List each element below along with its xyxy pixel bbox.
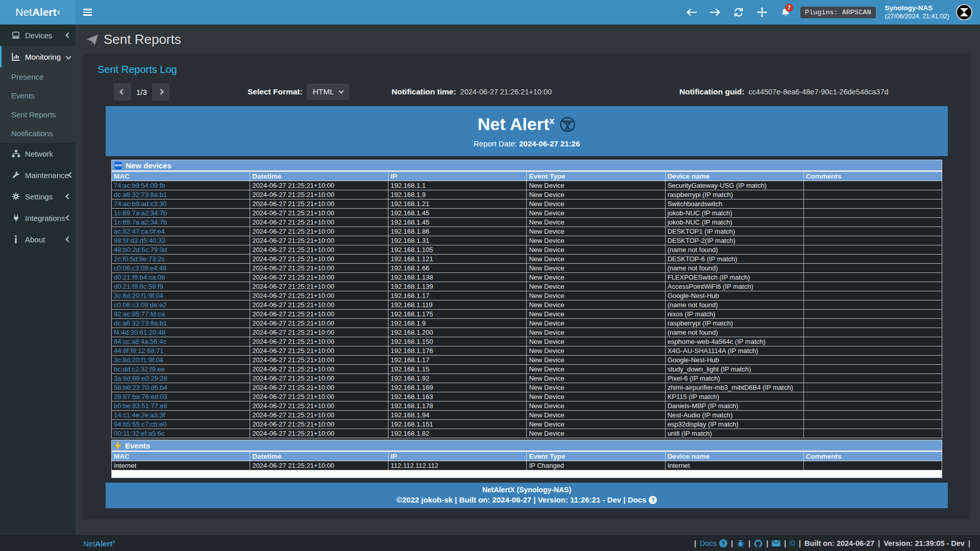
sidebar-item-notifications[interactable]: Notifications <box>0 124 76 143</box>
table-cell <box>803 328 942 337</box>
table-cell: 2024-06-27 21:25:21+10:00 <box>250 402 388 411</box>
table-cell: 84:cc:a8:4a:56:4c <box>112 337 250 346</box>
avatar[interactable] <box>955 4 973 21</box>
table-cell: 192.168.1.169 <box>388 383 527 392</box>
table-row: dc:a6:32:73:8a:b12024-06-27 21:25:21+10:… <box>112 190 942 199</box>
table-cell: f4:4d:30:61:20:46 <box>112 328 250 337</box>
table-cell: 192.168.1.92 <box>388 374 527 383</box>
table-cell: 192.168.1.94 <box>388 411 527 420</box>
next-page-button[interactable] <box>152 83 169 101</box>
table-cell: New Device <box>527 218 665 227</box>
mac-link[interactable]: 74:ac:b9:54:09:fb <box>114 182 165 189</box>
mac-link[interactable]: 94:b5:55:c7:cb:e0 <box>114 420 166 428</box>
table-cell: KP115 (IP match) <box>665 392 803 402</box>
mac-link[interactable]: 1c:69:7a:a2:34:7b <box>114 209 167 217</box>
table-cell: New Device <box>527 402 665 411</box>
mac-link[interactable]: c0:06:c3:09:de:e2 <box>114 301 166 309</box>
notification-time-label: Notification time: <box>391 87 456 96</box>
table-cell: 192.168.1.150 <box>388 337 527 346</box>
plugins-status-badge[interactable]: Plugins: ARPSCAN <box>800 7 876 18</box>
mac-link[interactable]: 74:ac:b9:ad:c3:30 <box>114 200 166 208</box>
table-cell: (name not found) <box>665 300 803 310</box>
sidebar-item-integrations[interactable]: Integrations <box>0 207 76 229</box>
footer-brand[interactable]: NetAlertx <box>83 539 115 548</box>
table-cell: 2024-06-27 21:25:21+10:00 <box>250 255 388 264</box>
app-logo[interactable]: NetAlertx <box>0 0 76 24</box>
mac-link[interactable]: 92:ac:85:77:fd:ca <box>114 310 165 318</box>
mac-link[interactable]: 3c:8d:20:f1:9f:04 <box>114 356 163 364</box>
docs-link[interactable]: Docs ? <box>700 539 727 547</box>
sidebar-item-monitoring[interactable]: Monitoring <box>0 46 76 67</box>
sidebar-item-presence[interactable]: Presence <box>0 67 76 86</box>
refresh-button[interactable] <box>730 4 747 21</box>
mac-link[interactable]: 14:c1:4e:2e:a3:3f <box>114 411 165 419</box>
table-cell <box>803 199 942 209</box>
mac-link[interactable]: 48:b0:2d:5c:79:0d <box>114 246 167 254</box>
column-header: MAC <box>112 172 250 181</box>
mac-link[interactable]: d0:21:f9:8c:59:f9 <box>114 283 163 290</box>
copyright-link[interactable]: © <box>790 539 795 547</box>
table-cell: 2024-06-27 21:25:21+10:00 <box>250 218 388 227</box>
table-row: 28:87:ba:76:ed:032024-06-27 21:25:21+10:… <box>112 392 942 402</box>
sidebar-toggle-button[interactable] <box>76 0 99 24</box>
table-cell: 2024-06-27 21:25:21+10:00 <box>250 310 388 319</box>
format-select[interactable]: HTML <box>307 84 349 100</box>
table-cell: c0:06:c3:09:e4:46 <box>112 264 250 273</box>
docs-help-icon[interactable]: ? <box>649 496 657 504</box>
table-cell <box>803 300 942 310</box>
mac-link[interactable]: 44:6f:f8:12:68:71 <box>114 347 164 355</box>
mac-link[interactable]: 00:11:32:ef:a5:6c <box>114 430 165 437</box>
mac-link[interactable]: 58:b6:23:70:d6:b4 <box>114 384 167 391</box>
notifications-button[interactable]: 7 <box>777 4 794 21</box>
mac-link[interactable]: 3a:9d:69:e0:29:28 <box>114 374 167 382</box>
mac-link[interactable]: b0:be:83:51:77:e8 <box>114 402 167 410</box>
user-info[interactable]: Synology-NAS (27/06/2024, 21:41:02) <box>885 4 950 21</box>
fullscreen-button[interactable] <box>753 4 771 21</box>
mac-link[interactable]: 2c:f0:5d:9e:73:2c <box>114 255 165 263</box>
mac-link[interactable]: f4:4d:30:61:20:46 <box>114 329 165 336</box>
table-cell <box>803 319 942 328</box>
mac-link[interactable]: 3c:8d:20:f1:9f:04 <box>114 292 163 299</box>
mac-link[interactable]: c0:06:c3:09:e4:46 <box>114 264 166 272</box>
mac-link[interactable]: 1c:69:7a:a2:34:7b <box>114 218 167 226</box>
table-cell: New Device <box>527 337 665 346</box>
table-cell: 192.168.1.151 <box>388 420 527 429</box>
column-header: Event Type <box>527 452 665 461</box>
table-cell <box>803 190 942 199</box>
sidebar-item-network[interactable]: Network <box>0 143 76 164</box>
table-cell: New Device <box>527 392 665 402</box>
table-cell: Google-Nest-Hub <box>665 356 803 365</box>
table-cell: New Device <box>527 300 665 310</box>
mac-link[interactable]: 28:87:ba:76:ed:03 <box>114 393 167 400</box>
mac-link[interactable]: dc:a6:32:73:8a:b1 <box>114 319 167 327</box>
mac-link[interactable]: ac:82:47:ca:0f:e4 <box>114 228 165 235</box>
bug-report-link[interactable] <box>737 539 745 547</box>
move-icon <box>757 7 767 17</box>
mac-link[interactable]: 98:5f:d3:d5:40:33 <box>114 237 165 244</box>
table-cell: ac:82:47:ca:0f:e4 <box>112 227 250 236</box>
table-cell <box>803 392 942 402</box>
sidebar-item-maintenance[interactable]: Maintenance <box>0 164 76 186</box>
mac-link[interactable]: 84:cc:a8:4a:56:4c <box>114 338 166 345</box>
github-link[interactable] <box>754 539 763 548</box>
sidebar-item-devices[interactable]: Devices <box>0 24 76 46</box>
mac-link[interactable]: bc:dd:c2:32:f9:ee <box>114 365 165 373</box>
table-cell: dc:a6:32:73:8a:b1 <box>112 319 250 328</box>
sidebar-item-sent-reports[interactable]: Sent Reports <box>0 105 76 124</box>
table-cell <box>803 245 942 255</box>
table-cell: 1c:69:7a:a2:34:7b <box>112 218 250 227</box>
sidebar-item-settings[interactable]: Settings <box>0 186 76 207</box>
sidebar-item-about[interactable]: About <box>0 229 76 250</box>
table-cell <box>803 181 942 190</box>
prev-page-button[interactable] <box>114 83 131 101</box>
forward-button[interactable] <box>706 4 724 21</box>
table-cell: 192.168.1.105 <box>388 245 527 255</box>
email-link[interactable] <box>772 540 780 547</box>
new-badge-icon: NEW <box>114 162 122 169</box>
table-cell: 192.168.1.138 <box>388 273 527 282</box>
back-button[interactable] <box>683 4 700 21</box>
mac-link[interactable]: d0:21:f9:b4:ca:0b <box>114 273 165 281</box>
mac-link[interactable]: dc:a6:32:73:8a:b1 <box>114 191 167 198</box>
sidebar-item-events[interactable]: Events <box>0 86 76 105</box>
table-cell: dc:a6:32:73:8a:b1 <box>112 190 250 199</box>
